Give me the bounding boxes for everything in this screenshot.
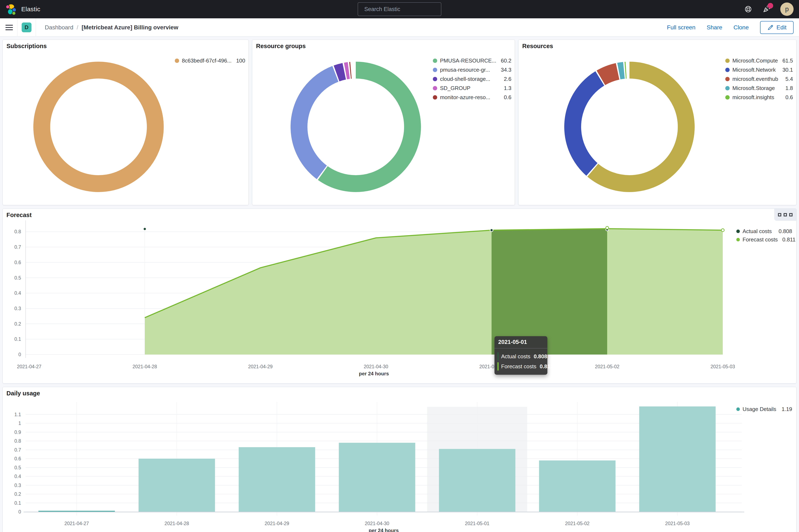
resource-groups-donut-chart <box>290 62 421 192</box>
legend-color-dot <box>175 59 179 63</box>
tooltip-series-label: Actual costs <box>501 352 530 361</box>
x-axis-label: 2021-04-28 <box>132 364 157 369</box>
legend-item[interactable]: pmusa-resource-gr...34.3 <box>433 65 511 74</box>
page-title: [Metricbeat Azure] Billing overview <box>82 24 178 31</box>
y-axis-label: 0.4 <box>14 474 21 479</box>
search-input[interactable] <box>364 6 438 13</box>
usage-bar[interactable] <box>339 443 415 512</box>
legend-item[interactable]: microsoft.insights0.6 <box>725 93 793 102</box>
chart-tooltip: 2021-05-01 Actual costs0.808Forecast cos… <box>494 336 547 375</box>
legend-item[interactable]: Microsoft.Network30.1 <box>725 65 793 74</box>
dashboard-toolbar: D Dashboard / [Metricbeat Azure] Billing… <box>0 18 799 37</box>
legend-item[interactable]: Microsoft.Compute61.5 <box>725 56 793 65</box>
legend-item[interactable]: Forecast costs0.811 <box>736 235 792 244</box>
y-axis-label: 0.5 <box>14 465 21 470</box>
tooltip-row: Forecast costs0.811 <box>497 362 545 370</box>
legend-item[interactable]: monitor-azure-reso...0.6 <box>433 93 511 102</box>
resource-groups-legend: PMUSA-RESOURCE...60.2pmusa-resource-gr..… <box>433 56 511 102</box>
y-axis-label: 0.7 <box>14 447 21 453</box>
dashboard-app-badge[interactable]: D <box>22 22 32 32</box>
legend-color-dot <box>725 86 730 90</box>
subscriptions-donut-chart <box>33 62 164 192</box>
panel-forecast: Forecast 00.10.20.30.40.50.60.70.82021-0… <box>2 209 797 383</box>
legend-value: 2.6 <box>499 76 511 82</box>
point-marker <box>721 229 724 232</box>
legend-label: pmusa-resource-gr... <box>440 66 490 73</box>
legend-color-dot <box>433 59 437 63</box>
panel-options-icon <box>789 213 793 216</box>
panel-daily-usage: Daily usage 00.10.20.30.40.50.60.70.80.9… <box>2 387 797 532</box>
usage-bar[interactable] <box>439 449 515 512</box>
legend-value: 0.808 <box>774 228 792 234</box>
y-axis-label: 0.2 <box>14 321 21 327</box>
legend-item[interactable]: Actual costs0.808 <box>736 227 792 235</box>
resources-legend: Microsoft.Compute61.5Microsoft.Network30… <box>725 56 793 102</box>
legend-label: 8c63bedf-67cf-496... <box>182 57 232 64</box>
x-axis-label: 2021-04-30 <box>364 364 388 369</box>
legend-label: microsoft.eventhub <box>733 76 778 82</box>
legend-value: 34.3 <box>496 66 512 73</box>
usage-bar[interactable] <box>539 460 615 512</box>
y-axis-label: 1.1 <box>14 412 21 417</box>
user-avatar[interactable]: p <box>780 2 794 16</box>
legend-color-dot <box>725 95 730 99</box>
panel-options-button[interactable] <box>774 209 796 221</box>
menu-icon[interactable] <box>5 25 13 30</box>
legend-color-dot <box>433 86 437 90</box>
y-axis-label: 0.1 <box>14 337 21 342</box>
x-axis-label: 2021-04-29 <box>248 364 273 369</box>
panel-title: Resources <box>522 43 553 50</box>
legend-color-dot <box>736 230 740 233</box>
usage-bar[interactable] <box>639 406 716 512</box>
y-axis-label: 0.8 <box>14 229 21 234</box>
actual-costs-band[interactable] <box>492 229 607 355</box>
y-axis-label: 0.2 <box>14 491 21 497</box>
y-axis-label: 0.6 <box>14 456 21 461</box>
donut-svg <box>33 62 164 192</box>
legend-value: 0.6 <box>781 94 793 101</box>
y-axis-label: 0.9 <box>14 430 21 435</box>
panel-title: Resource groups <box>256 43 306 50</box>
legend-color-dot <box>725 59 730 63</box>
elastic-logo-icon[interactable] <box>5 3 17 15</box>
y-axis-label: 0.6 <box>14 260 21 265</box>
panel-options-icon <box>778 213 781 216</box>
divider <box>17 18 18 37</box>
legend-item[interactable]: microsoft.eventhub5.4 <box>725 74 793 83</box>
full-screen-button[interactable]: Full screen <box>667 24 696 31</box>
legend-item[interactable]: Microsoft.Storage1.8 <box>725 83 793 93</box>
usage-bar[interactable] <box>39 511 115 512</box>
tooltip-row: Actual costs0.808 <box>497 352 545 361</box>
donut-slice[interactable] <box>42 70 155 184</box>
x-axis-label: 2021-05-03 <box>710 364 735 369</box>
breadcrumb-separator: / <box>77 24 78 31</box>
legend-item[interactable]: Usage Details1.19 <box>736 405 792 413</box>
legend-item[interactable]: 8c63bedf-67cf-496...100 <box>175 56 245 65</box>
forecast-costs-area[interactable] <box>145 229 723 355</box>
tooltip-title: 2021-05-01 <box>494 336 547 348</box>
legend-value: 1.3 <box>499 85 511 92</box>
share-button[interactable]: Share <box>707 24 722 31</box>
donut-svg <box>290 62 421 192</box>
usage-bar[interactable] <box>138 459 215 512</box>
help-icon[interactable] <box>744 5 753 14</box>
legend-item[interactable]: cloud-shell-storage...2.6 <box>433 74 511 83</box>
legend-item[interactable]: SD_GROUP1.3 <box>433 83 511 93</box>
newsfeed-icon[interactable] <box>762 5 771 14</box>
tooltip-series-label: Forecast costs <box>501 362 536 370</box>
panel-options-icon <box>784 213 787 216</box>
edit-button[interactable]: Edit <box>760 21 794 34</box>
usage-bar[interactable] <box>239 447 315 512</box>
x-axis-label: 2021-04-28 <box>165 521 189 526</box>
global-search-box[interactable] <box>358 2 441 16</box>
x-axis-label: 2021-04-30 <box>365 521 389 526</box>
dashboard-grid: Subscriptions 8c63bedf-67cf-496...100 Re… <box>0 37 799 532</box>
breadcrumb-dashboard-link[interactable]: Dashboard <box>45 24 73 31</box>
resources-donut-chart <box>564 62 695 192</box>
legend-label: cloud-shell-storage... <box>440 76 490 82</box>
y-axis-label: 0 <box>18 509 21 514</box>
legend-value: 0.811 <box>778 236 796 243</box>
legend-item[interactable]: PMUSA-RESOURCE...60.2 <box>433 56 511 65</box>
legend-color-dot <box>736 238 740 242</box>
clone-button[interactable]: Clone <box>734 24 749 31</box>
